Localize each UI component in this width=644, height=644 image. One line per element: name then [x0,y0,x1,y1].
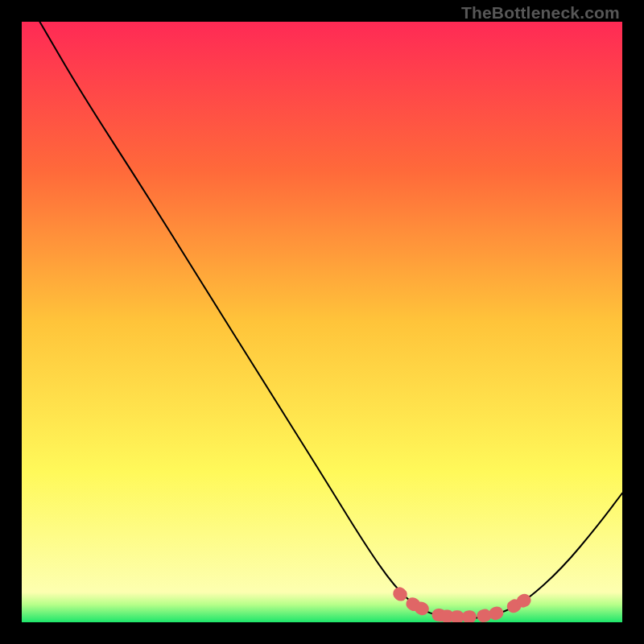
chart-frame [22,22,622,622]
attribution-label: TheBottleneck.com [461,3,620,23]
chart-background [22,22,622,622]
bottleneck-chart [22,22,622,622]
